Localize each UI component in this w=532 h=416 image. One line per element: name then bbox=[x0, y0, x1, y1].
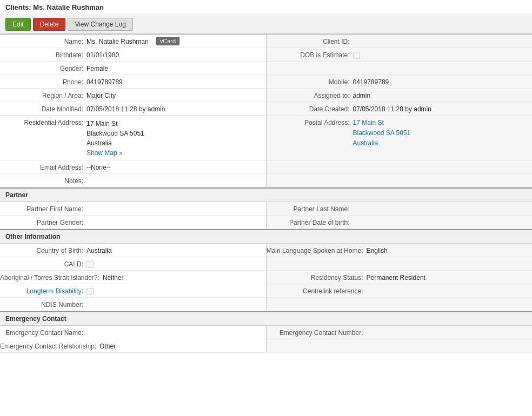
email-label: Email Address: bbox=[0, 163, 87, 171]
disability-centrelink-row: Longterm Disability: Centrelink referenc… bbox=[0, 284, 532, 298]
gender-left: Gender: Female bbox=[0, 62, 267, 75]
notes-value bbox=[87, 180, 266, 181]
ndis-label: NDIS Number: bbox=[0, 300, 87, 308]
cald-checkbox[interactable] bbox=[87, 261, 94, 268]
emergency-number-right: Emergency Contact Number: bbox=[267, 326, 533, 339]
ndis-left: NDIS Number: bbox=[0, 298, 267, 311]
show-map-link[interactable]: Show Map » bbox=[87, 149, 123, 157]
date-created-label: Date Created: bbox=[267, 104, 353, 113]
date-modified-left: Date Modified: 07/05/2018 11:28 by admin bbox=[0, 102, 267, 115]
partner-dob-right: Partner Date of birth: bbox=[267, 216, 533, 229]
partner-gender-value bbox=[87, 222, 266, 223]
residency-value: Permanent Resident bbox=[367, 273, 533, 281]
vcard-button[interactable]: vCard bbox=[156, 37, 179, 45]
notes-label: Notes: bbox=[0, 176, 87, 185]
client-id-value bbox=[353, 41, 533, 42]
birthdate-row: Birthdate: 01/01/1980 DOB is Estimate: bbox=[0, 48, 532, 62]
postal-address-line1: 17 Main St bbox=[353, 118, 411, 128]
centrelink-right: Centrelink reference: bbox=[267, 284, 533, 297]
notes-row: Notes: bbox=[0, 174, 532, 187]
residential-address-line1: 17 Main St bbox=[87, 119, 266, 129]
name-value-wrapper: Ms. Natalie Rushman vCard bbox=[87, 37, 179, 45]
edit-button[interactable]: Edit bbox=[5, 18, 31, 31]
region-row: Region / Area: Major City Assigned to: a… bbox=[0, 89, 532, 102]
email-left: Email Address: --None-- bbox=[0, 160, 267, 173]
partner-first-name-left: Partner First Name: bbox=[0, 202, 267, 215]
postal-address-right: Postal Address: 17 Main St Blackwood SA … bbox=[267, 116, 533, 160]
residency-right: Residency Status: Permanent Resident bbox=[267, 271, 533, 284]
partner-dob-label: Partner Date of birth: bbox=[267, 218, 353, 226]
aboriginal-residency-row: Aboriginal / Torres Strait Islander?: Ne… bbox=[0, 271, 532, 284]
partner-gender-left: Partner Gender: bbox=[0, 216, 267, 229]
birthdate-left: Birthdate: 01/01/1980 bbox=[0, 48, 267, 61]
aboriginal-label: Aboriginal / Torres Strait Islander?: bbox=[0, 273, 103, 281]
emergency-name-left: Emergency Contact Name: bbox=[0, 326, 267, 339]
partner-first-name-label: Partner First Name: bbox=[0, 204, 87, 213]
date-created-value: 07/05/2018 11:28 by admin bbox=[353, 104, 533, 113]
name-left: Name: Ms. Natalie Rushman vCard bbox=[0, 35, 267, 48]
birthdate-label: Birthdate: bbox=[0, 50, 87, 59]
residential-address-line3: Australia bbox=[87, 138, 266, 148]
email-right-empty bbox=[267, 160, 533, 173]
ndis-right-empty bbox=[267, 298, 533, 311]
delete-button[interactable]: Delete bbox=[33, 18, 66, 31]
ndis-value bbox=[87, 304, 266, 305]
main-language-value: English bbox=[367, 246, 533, 254]
gender-row: Gender: Female bbox=[0, 62, 532, 75]
longterm-disability-checkbox[interactable] bbox=[87, 288, 94, 295]
gender-label: Gender: bbox=[0, 64, 87, 72]
phone-value: 0419789789 bbox=[87, 77, 266, 86]
cald-label: CALD: bbox=[0, 259, 87, 268]
partner-name-row: Partner First Name: Partner Last Name: bbox=[0, 202, 532, 216]
partner-first-name-value bbox=[87, 208, 266, 209]
postal-address-line2: Blackwood SA 5051 bbox=[353, 128, 411, 138]
dates-row: Date Modified: 07/05/2018 11:28 by admin… bbox=[0, 102, 532, 116]
address-row: Residential Address: 17 Main St Blackwoo… bbox=[0, 116, 532, 160]
date-modified-value: 07/05/2018 11:28 by admin bbox=[87, 104, 266, 113]
partner-last-name-label: Partner Last Name: bbox=[267, 204, 353, 213]
emergency-relationship-value: Other bbox=[99, 341, 265, 350]
name-row: Name: Ms. Natalie Rushman vCard Client I… bbox=[0, 35, 532, 48]
emergency-section-title: Emergency Contact bbox=[0, 311, 532, 326]
country-language-row: Country of Birth: Australia Main Languag… bbox=[0, 244, 532, 257]
dob-estimate-label: DOB is Estimate: bbox=[267, 50, 353, 59]
centrelink-value bbox=[367, 290, 533, 291]
partner-section: Partner Partner First Name: Partner Last… bbox=[0, 187, 532, 229]
mobile-label: Mobile: bbox=[267, 77, 353, 86]
partner-last-name-value bbox=[353, 208, 533, 209]
partner-last-name-right: Partner Last Name: bbox=[267, 202, 533, 215]
view-change-log-button[interactable]: View Change Log bbox=[68, 18, 133, 31]
residential-address-label: Residential Address: bbox=[0, 118, 87, 126]
gender-value: Female bbox=[87, 64, 266, 72]
dob-estimate-right: DOB is Estimate: bbox=[267, 48, 533, 61]
partner-gender-row: Partner Gender: Partner Date of birth: bbox=[0, 216, 532, 229]
other-info-section: Other Information Country of Birth: Aust… bbox=[0, 229, 532, 311]
partner-dob-value bbox=[353, 222, 533, 223]
region-value: Major City bbox=[87, 91, 266, 99]
phone-label: Phone: bbox=[0, 77, 87, 86]
client-id-right: Client ID: bbox=[267, 35, 533, 48]
emergency-contact-section: Emergency Contact Emergency Contact Name… bbox=[0, 311, 532, 353]
mobile-right: Mobile: 0419789789 bbox=[267, 75, 533, 88]
country-left: Country of Birth: Australia bbox=[0, 244, 267, 257]
country-label: Country of Birth: bbox=[0, 246, 87, 254]
disability-left: Longterm Disability: bbox=[0, 284, 267, 297]
dob-estimate-checkbox[interactable] bbox=[353, 52, 360, 59]
ndis-row: NDIS Number: bbox=[0, 298, 532, 311]
assigned-label: Assigned to: bbox=[267, 91, 353, 99]
emergency-relationship-row: Emergency Contact Relationship: Other bbox=[0, 339, 532, 353]
email-value: --None-- bbox=[87, 163, 266, 171]
emergency-name-value bbox=[87, 332, 266, 333]
date-modified-label: Date Modified: bbox=[0, 104, 87, 113]
toolbar: Edit Delete View Change Log bbox=[0, 15, 532, 35]
emergency-relationship-right-empty bbox=[267, 339, 533, 352]
disability-label: Longterm Disability: bbox=[0, 286, 87, 295]
phone-row: Phone: 0419789789 Mobile: 0419789789 bbox=[0, 75, 532, 89]
notes-left: Notes: bbox=[0, 174, 267, 187]
centrelink-label: Centrelink reference: bbox=[267, 286, 367, 295]
notes-right-empty bbox=[267, 174, 533, 187]
emergency-name-label: Emergency Contact Name: bbox=[0, 328, 87, 337]
emergency-number-value bbox=[367, 332, 533, 333]
residential-address-block: 17 Main St Blackwood SA 5051 Australia S… bbox=[87, 118, 266, 158]
residency-label: Residency Status: bbox=[267, 273, 367, 281]
